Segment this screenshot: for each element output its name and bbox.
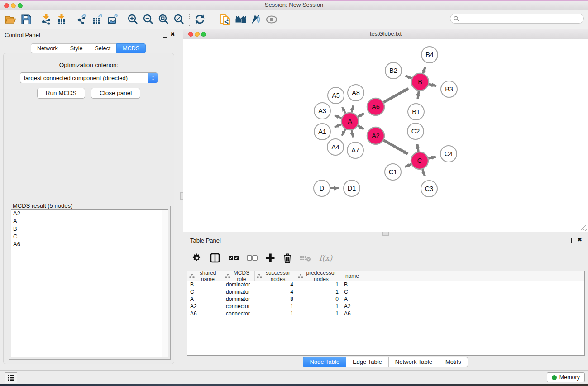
float-panel-icon[interactable]	[163, 33, 167, 38]
delete-column-button[interactable]	[283, 251, 292, 265]
graph-edge-C-C2[interactable]	[417, 144, 418, 152]
table-row-a2[interactable]: A2connector11A2	[187, 303, 584, 310]
session-details-button[interactable]	[218, 12, 233, 27]
graph-node-C3[interactable]: C3	[421, 181, 437, 197]
delete-table-button[interactable]	[300, 251, 311, 265]
graph-edge-C-C1[interactable]	[405, 164, 411, 167]
add-column-button[interactable]	[265, 251, 275, 265]
tab-network[interactable]: Network	[31, 43, 64, 53]
save-session-button[interactable]	[18, 12, 33, 27]
graph-node-A[interactable]: A	[341, 113, 359, 130]
result-item-b[interactable]: B	[11, 225, 168, 233]
table-tab-network-table[interactable]: Network Table	[388, 357, 439, 367]
result-item-a[interactable]: A	[11, 217, 168, 225]
graph-node-A8[interactable]: A8	[348, 85, 364, 101]
graph-node-D1[interactable]: D1	[344, 180, 360, 196]
table-row-a[interactable]: Adominator80A	[187, 295, 584, 303]
graph-edge-B-B1[interactable]	[418, 91, 419, 99]
memory-button[interactable]: Memory	[547, 372, 585, 382]
table-tab-motifs[interactable]: Motifs	[439, 357, 468, 367]
node-table[interactable]: shared nameMCDS rolesuccessor nodesprede…	[187, 271, 585, 356]
export-table-button[interactable]	[90, 12, 105, 27]
tab-style[interactable]: Style	[64, 43, 89, 53]
column-header-mcds-role[interactable]: MCDS role	[223, 271, 255, 281]
graph-edge-B-B3[interactable]	[429, 84, 436, 86]
result-item-a2[interactable]: A2	[11, 210, 168, 217]
graph-edge-A-A4[interactable]	[342, 129, 345, 135]
search-input[interactable]	[461, 15, 583, 22]
graph-node-A3[interactable]: A3	[314, 103, 330, 119]
show-columns-button[interactable]	[210, 251, 220, 265]
result-item-a6[interactable]: A6	[11, 240, 168, 248]
window-resize-grip[interactable]	[581, 225, 587, 231]
graph-edge-A-A8[interactable]	[352, 105, 353, 112]
result-scrollbar[interactable]	[162, 210, 168, 357]
close-panel-button[interactable]: Close panel	[91, 88, 140, 99]
function-builder-button[interactable]: f(x)	[319, 251, 332, 265]
column-header-successor-nodes[interactable]: successor nodes	[255, 271, 296, 281]
zoom-selected-button[interactable]	[172, 12, 187, 27]
graph-edge-A-A1[interactable]	[335, 124, 341, 127]
export-image-button[interactable]	[105, 12, 120, 27]
open-session-button[interactable]	[3, 12, 18, 27]
table-row-b[interactable]: Bdominator41B	[187, 281, 584, 288]
column-header-predecessor-nodes[interactable]: predecessor nodes	[296, 271, 341, 281]
tab-mcds[interactable]: MCDS	[116, 43, 146, 53]
task-history-button[interactable]	[5, 372, 17, 383]
graph-edge-A-A6[interactable]	[358, 114, 363, 117]
run-mcds-button[interactable]: Run MCDS	[37, 88, 85, 99]
graph-edge-C-C3[interactable]	[422, 169, 425, 176]
graph-edge-B-B4[interactable]	[423, 67, 425, 73]
close-panel-icon[interactable]: ✖	[170, 31, 175, 38]
graph-node-B3[interactable]: B3	[441, 81, 457, 97]
export-network-button[interactable]	[74, 12, 90, 27]
import-table-button[interactable]	[54, 12, 69, 27]
table-float-panel-icon[interactable]	[567, 238, 572, 243]
search-field[interactable]	[450, 14, 584, 24]
home-button[interactable]	[233, 12, 249, 27]
graph-edge-A-A7[interactable]	[352, 130, 353, 138]
table-close-panel-icon[interactable]: ✖	[577, 237, 582, 243]
import-network-button[interactable]	[38, 12, 54, 27]
table-settings-button[interactable]	[192, 251, 202, 265]
graph-node-C2[interactable]: C2	[407, 123, 424, 139]
graph-node-A1[interactable]: A1	[314, 124, 330, 140]
result-item-c[interactable]: C	[11, 233, 168, 240]
criterion-select[interactable]: largest connected component (directed) ▲…	[20, 72, 158, 83]
graph-edge-A-A3[interactable]	[335, 115, 341, 118]
zoom-in-button[interactable]	[125, 12, 141, 27]
table-tab-edge-table[interactable]: Edge Table	[346, 357, 389, 367]
graph-node-B4[interactable]: B4	[421, 47, 438, 63]
refresh-button[interactable]	[192, 12, 207, 27]
graph-node-B1[interactable]: B1	[408, 104, 424, 120]
graph-node-C4[interactable]: C4	[440, 146, 457, 162]
graph-edge-C-C4[interactable]	[429, 157, 436, 159]
mcds-result-list[interactable]: A2ABCA6	[11, 209, 168, 357]
graph-node-D[interactable]: D	[314, 180, 330, 196]
tab-select[interactable]: Select	[89, 43, 117, 53]
graph-node-B2[interactable]: B2	[385, 62, 402, 79]
graph-edge-A-A5[interactable]	[342, 107, 346, 114]
deselect-all-button[interactable]	[247, 251, 258, 265]
zoom-out-button[interactable]	[141, 12, 156, 27]
table-row-a6[interactable]: A6connector11A6	[187, 310, 584, 317]
zoom-fit-button[interactable]	[156, 12, 172, 27]
graph-node-A4[interactable]: A4	[327, 139, 344, 155]
graph-node-C1[interactable]: C1	[385, 164, 401, 180]
show-hide-panels-button[interactable]	[264, 12, 279, 27]
graph-node-A2[interactable]: A2	[367, 127, 384, 144]
select-all-button[interactable]	[228, 251, 239, 265]
graph-node-A6[interactable]: A6	[367, 98, 384, 115]
table-row-c[interactable]: Cdominator41C	[187, 288, 584, 295]
graph-edge-A6-B[interactable]	[383, 89, 408, 103]
graph-node-A5[interactable]: A5	[328, 87, 344, 104]
graph-node-A7[interactable]: A7	[347, 142, 363, 158]
column-header-name[interactable]: name	[341, 271, 363, 281]
graph-edge-A2-C[interactable]	[383, 140, 408, 154]
graph-edge-B-B2[interactable]	[406, 76, 412, 78]
network-canvas[interactable]: B4B2BB3A8A5A6A3B1AC2A1A2A4A7C4CC1DD1C3	[183, 39, 588, 232]
graph-node-B[interactable]: B	[411, 73, 429, 91]
hide-graphics-details-button[interactable]	[249, 12, 264, 27]
table-tab-node-table[interactable]: Node Table	[303, 357, 346, 367]
graph-edge-A-A2[interactable]	[358, 126, 363, 129]
